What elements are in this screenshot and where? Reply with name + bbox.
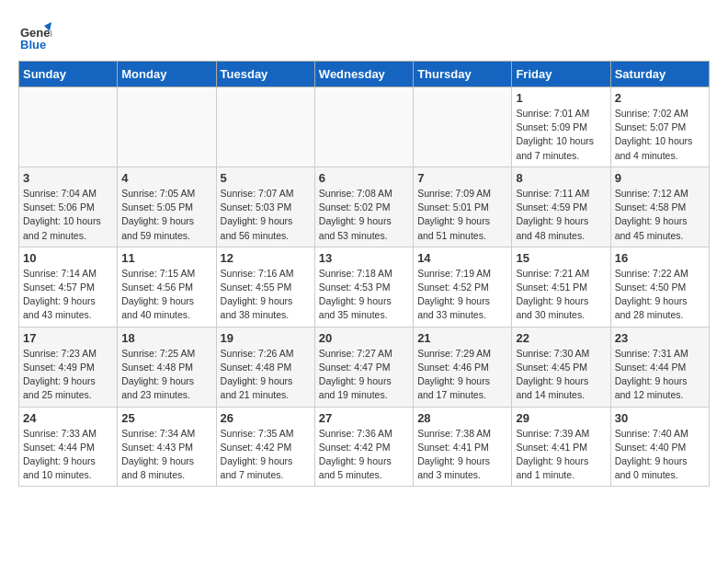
- cell-content: Sunrise: 7:05 AM Sunset: 5:05 PM Dayligh…: [121, 187, 211, 243]
- cell-content: Sunrise: 7:27 AM Sunset: 4:47 PM Dayligh…: [319, 347, 409, 403]
- calendar-cell: 20Sunrise: 7:27 AM Sunset: 4:47 PM Dayli…: [314, 327, 413, 407]
- calendar-cell: 8Sunrise: 7:11 AM Sunset: 4:59 PM Daylig…: [512, 167, 610, 247]
- cell-content: Sunrise: 7:40 AM Sunset: 4:40 PM Dayligh…: [615, 427, 705, 483]
- cell-content: Sunrise: 7:22 AM Sunset: 4:50 PM Dayligh…: [615, 267, 705, 323]
- calendar-cell: 18Sunrise: 7:25 AM Sunset: 4:48 PM Dayli…: [118, 327, 216, 407]
- calendar-cell: 22Sunrise: 7:30 AM Sunset: 4:45 PM Dayli…: [512, 327, 610, 407]
- cell-content: Sunrise: 7:30 AM Sunset: 4:45 PM Dayligh…: [516, 347, 606, 403]
- page-header: General Blue: [18, 18, 710, 52]
- day-number: 29: [516, 411, 606, 425]
- cell-content: Sunrise: 7:35 AM Sunset: 4:42 PM Dayligh…: [221, 427, 311, 483]
- svg-text:Blue: Blue: [20, 38, 46, 52]
- day-number: 21: [417, 331, 507, 345]
- calendar-cell: 10Sunrise: 7:14 AM Sunset: 4:57 PM Dayli…: [19, 247, 118, 327]
- calendar-week-2: 3Sunrise: 7:04 AM Sunset: 5:06 PM Daylig…: [19, 167, 710, 247]
- calendar-cell: 3Sunrise: 7:04 AM Sunset: 5:06 PM Daylig…: [19, 167, 118, 247]
- calendar-cell: 11Sunrise: 7:15 AM Sunset: 4:56 PM Dayli…: [118, 247, 216, 327]
- day-header-sunday: Sunday: [19, 62, 118, 87]
- calendar-cell: [118, 87, 216, 167]
- calendar-cell: 30Sunrise: 7:40 AM Sunset: 4:40 PM Dayli…: [610, 407, 709, 487]
- calendar-cell: [314, 87, 413, 167]
- calendar-cell: 5Sunrise: 7:07 AM Sunset: 5:03 PM Daylig…: [216, 167, 314, 247]
- calendar-cell: 29Sunrise: 7:39 AM Sunset: 4:41 PM Dayli…: [512, 407, 610, 487]
- calendar-cell: 12Sunrise: 7:16 AM Sunset: 4:55 PM Dayli…: [216, 247, 314, 327]
- cell-content: Sunrise: 7:33 AM Sunset: 4:44 PM Dayligh…: [23, 427, 113, 483]
- calendar-cell: 28Sunrise: 7:38 AM Sunset: 4:41 PM Dayli…: [414, 407, 512, 487]
- cell-content: Sunrise: 7:25 AM Sunset: 4:48 PM Dayligh…: [121, 347, 211, 403]
- calendar-cell: 14Sunrise: 7:19 AM Sunset: 4:52 PM Dayli…: [414, 247, 512, 327]
- calendar-cell: 13Sunrise: 7:18 AM Sunset: 4:53 PM Dayli…: [314, 247, 413, 327]
- day-header-wednesday: Wednesday: [314, 62, 413, 87]
- calendar-cell: 15Sunrise: 7:21 AM Sunset: 4:51 PM Dayli…: [512, 247, 610, 327]
- calendar-cell: 4Sunrise: 7:05 AM Sunset: 5:05 PM Daylig…: [118, 167, 216, 247]
- day-number: 18: [121, 331, 211, 345]
- day-number: 23: [615, 331, 705, 345]
- day-header-friday: Friday: [512, 62, 610, 87]
- calendar-week-3: 10Sunrise: 7:14 AM Sunset: 4:57 PM Dayli…: [19, 247, 710, 327]
- cell-content: Sunrise: 7:09 AM Sunset: 5:01 PM Dayligh…: [417, 187, 507, 243]
- cell-content: Sunrise: 7:39 AM Sunset: 4:41 PM Dayligh…: [516, 427, 606, 483]
- day-number: 12: [221, 251, 311, 265]
- day-number: 28: [417, 411, 507, 425]
- cell-content: Sunrise: 7:15 AM Sunset: 4:56 PM Dayligh…: [121, 267, 211, 323]
- calendar-cell: 7Sunrise: 7:09 AM Sunset: 5:01 PM Daylig…: [414, 167, 512, 247]
- cell-content: Sunrise: 7:31 AM Sunset: 4:44 PM Dayligh…: [615, 347, 705, 403]
- day-number: 7: [417, 171, 507, 185]
- cell-content: Sunrise: 7:18 AM Sunset: 4:53 PM Dayligh…: [319, 267, 409, 323]
- logo: General Blue: [18, 18, 51, 52]
- cell-content: Sunrise: 7:11 AM Sunset: 4:59 PM Dayligh…: [516, 187, 606, 243]
- day-header-tuesday: Tuesday: [216, 62, 314, 87]
- calendar-table: SundayMondayTuesdayWednesdayThursdayFrid…: [18, 61, 710, 487]
- cell-content: Sunrise: 7:07 AM Sunset: 5:03 PM Dayligh…: [221, 187, 311, 243]
- day-header-monday: Monday: [118, 62, 216, 87]
- cell-content: Sunrise: 7:01 AM Sunset: 5:09 PM Dayligh…: [516, 107, 606, 163]
- day-number: 19: [221, 331, 311, 345]
- calendar-week-4: 17Sunrise: 7:23 AM Sunset: 4:49 PM Dayli…: [19, 327, 710, 407]
- calendar-cell: 26Sunrise: 7:35 AM Sunset: 4:42 PM Dayli…: [216, 407, 314, 487]
- calendar-cell: 23Sunrise: 7:31 AM Sunset: 4:44 PM Dayli…: [610, 327, 709, 407]
- calendar-cell: 27Sunrise: 7:36 AM Sunset: 4:42 PM Dayli…: [314, 407, 413, 487]
- calendar-header-row: SundayMondayTuesdayWednesdayThursdayFrid…: [19, 62, 710, 87]
- day-number: 5: [221, 171, 311, 185]
- day-number: 6: [319, 171, 409, 185]
- calendar-cell: 2Sunrise: 7:02 AM Sunset: 5:07 PM Daylig…: [610, 87, 709, 167]
- day-number: 10: [23, 251, 113, 265]
- calendar-cell: [216, 87, 314, 167]
- day-number: 13: [319, 251, 409, 265]
- cell-content: Sunrise: 7:36 AM Sunset: 4:42 PM Dayligh…: [319, 427, 409, 483]
- calendar-cell: [19, 87, 118, 167]
- day-number: 30: [615, 411, 705, 425]
- day-number: 16: [615, 251, 705, 265]
- day-number: 14: [417, 251, 507, 265]
- cell-content: Sunrise: 7:04 AM Sunset: 5:06 PM Dayligh…: [23, 187, 113, 243]
- calendar-week-5: 24Sunrise: 7:33 AM Sunset: 4:44 PM Dayli…: [19, 407, 710, 487]
- day-header-thursday: Thursday: [414, 62, 512, 87]
- calendar-cell: 17Sunrise: 7:23 AM Sunset: 4:49 PM Dayli…: [19, 327, 118, 407]
- calendar-week-1: 1Sunrise: 7:01 AM Sunset: 5:09 PM Daylig…: [19, 87, 710, 167]
- calendar-cell: 9Sunrise: 7:12 AM Sunset: 4:58 PM Daylig…: [610, 167, 709, 247]
- day-number: 9: [615, 171, 705, 185]
- cell-content: Sunrise: 7:21 AM Sunset: 4:51 PM Dayligh…: [516, 267, 606, 323]
- calendar-cell: 19Sunrise: 7:26 AM Sunset: 4:48 PM Dayli…: [216, 327, 314, 407]
- day-number: 26: [221, 411, 311, 425]
- cell-content: Sunrise: 7:02 AM Sunset: 5:07 PM Dayligh…: [615, 107, 705, 163]
- calendar-cell: 6Sunrise: 7:08 AM Sunset: 5:02 PM Daylig…: [314, 167, 413, 247]
- cell-content: Sunrise: 7:19 AM Sunset: 4:52 PM Dayligh…: [417, 267, 507, 323]
- day-number: 3: [23, 171, 113, 185]
- calendar-cell: 21Sunrise: 7:29 AM Sunset: 4:46 PM Dayli…: [414, 327, 512, 407]
- logo-icon: General Blue: [18, 18, 51, 52]
- day-header-saturday: Saturday: [610, 62, 709, 87]
- day-number: 2: [615, 91, 705, 105]
- calendar-cell: 1Sunrise: 7:01 AM Sunset: 5:09 PM Daylig…: [512, 87, 610, 167]
- cell-content: Sunrise: 7:16 AM Sunset: 4:55 PM Dayligh…: [221, 267, 311, 323]
- day-number: 15: [516, 251, 606, 265]
- calendar-cell: 16Sunrise: 7:22 AM Sunset: 4:50 PM Dayli…: [610, 247, 709, 327]
- cell-content: Sunrise: 7:23 AM Sunset: 4:49 PM Dayligh…: [23, 347, 113, 403]
- day-number: 20: [319, 331, 409, 345]
- day-number: 4: [121, 171, 211, 185]
- day-number: 17: [23, 331, 113, 345]
- day-number: 24: [23, 411, 113, 425]
- cell-content: Sunrise: 7:38 AM Sunset: 4:41 PM Dayligh…: [417, 427, 507, 483]
- day-number: 8: [516, 171, 606, 185]
- cell-content: Sunrise: 7:12 AM Sunset: 4:58 PM Dayligh…: [615, 187, 705, 243]
